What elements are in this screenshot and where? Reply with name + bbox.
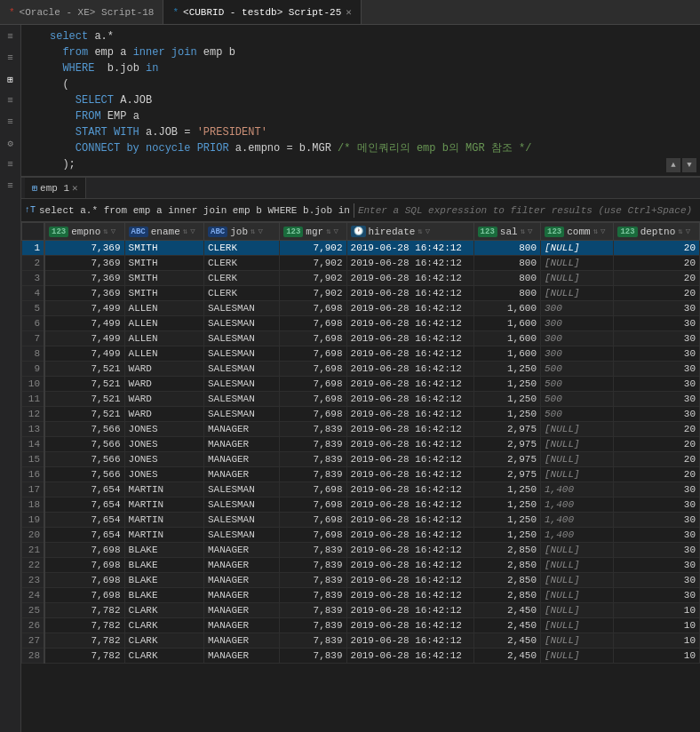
table-row[interactable]: 47,369SMITHCLERK7,9022019-06-28 16:42:12… <box>22 286 700 301</box>
table-row[interactable]: 27,369SMITHCLERK7,9022019-06-28 16:42:12… <box>22 256 700 271</box>
col-header-comm[interactable]: 123 comm ⇅ ▽ <box>541 223 614 241</box>
table-cell: 300 <box>541 331 614 346</box>
sql-line-9: ); <box>28 156 693 172</box>
table-cell: 2019-06-28 16:42:12 <box>346 452 473 467</box>
table-row[interactable]: 227,698BLAKEMANAGER7,8392019-06-28 16:42… <box>22 558 700 573</box>
table-cell: SALESMAN <box>204 482 280 497</box>
table-cell: 7,839 <box>280 467 346 482</box>
sidebar-icon-extra[interactable]: ≡ <box>3 178 19 194</box>
table-cell: 7,698 <box>44 588 124 603</box>
deptno-sort-icon[interactable]: ⇅ <box>678 227 682 236</box>
sal-filter-icon[interactable]: ▽ <box>528 227 532 236</box>
col-header-sal[interactable]: 123 sal ⇅ ▽ <box>473 223 540 241</box>
job-sort-icon[interactable]: ⇅ <box>251 227 255 236</box>
sidebar-icon-nav[interactable]: ≡ <box>3 156 19 172</box>
sidebar-icon-gear[interactable]: ⚙ <box>3 135 19 151</box>
table-cell: 10 <box>614 618 700 633</box>
sidebar-icon-rows[interactable]: ≡ <box>3 92 19 108</box>
table-row[interactable]: 197,654MARTINSALESMAN7,6982019-06-28 16:… <box>22 513 700 528</box>
col-header-ename[interactable]: ABC ename ⇅ ▽ <box>124 223 203 241</box>
result-tab-emp1[interactable]: ⊞ emp 1 ✕ <box>25 178 86 198</box>
table-cell: 30 <box>614 316 700 331</box>
sidebar-icon-cols[interactable]: ≡ <box>3 114 19 130</box>
table-row[interactable]: 127,521WARDSALESMAN7,6982019-06-28 16:42… <box>22 407 700 422</box>
data-table-wrapper[interactable]: 123 empno ⇅ ▽ ABC ename ⇅ ▽ <box>21 222 700 732</box>
table-cell: SALESMAN <box>204 316 280 331</box>
table-cell: 2019-06-28 16:42:12 <box>346 331 473 346</box>
table-row[interactable]: 207,654MARTINSALESMAN7,6982019-06-28 16:… <box>22 528 700 543</box>
table-row[interactable]: 97,521WARDSALESMAN7,6982019-06-28 16:42:… <box>22 362 700 377</box>
hiredate-sort-icon[interactable]: ⇅ <box>418 227 422 236</box>
table-row[interactable]: 217,698BLAKEMANAGER7,8392019-06-28 16:42… <box>22 543 700 558</box>
mgr-filter-icon[interactable]: ▽ <box>334 227 338 236</box>
table-cell: [NULL] <box>541 603 614 618</box>
ename-filter-icon[interactable]: ▽ <box>190 227 195 236</box>
table-row[interactable]: 77,499ALLENSALESMAN7,6982019-06-28 16:42… <box>22 331 700 346</box>
sql-editor[interactable]: select a.* from emp a inner join emp b W… <box>21 25 700 178</box>
table-cell: ALLEN <box>124 316 203 331</box>
table-row[interactable]: 157,566JONESMANAGER7,8392019-06-28 16:42… <box>22 452 700 467</box>
tab-oracle[interactable]: * <Oracle - XE> Script-18 <box>0 0 163 24</box>
table-cell: 2,450 <box>473 618 540 633</box>
table-cell: 30 <box>614 407 700 422</box>
tab-cubrid[interactable]: * <CUBRID - testdb> Script-25 ✕ <box>163 0 361 24</box>
table-row[interactable]: 137,566JONESMANAGER7,8392019-06-28 16:42… <box>22 422 700 437</box>
mgr-sort-icon[interactable]: ⇅ <box>326 227 330 236</box>
table-cell: 1,250 <box>473 482 540 497</box>
col-header-job[interactable]: ABC job ⇅ ▽ <box>204 223 280 241</box>
table-cell: 7,369 <box>44 256 124 271</box>
row-number: 18 <box>22 497 45 513</box>
result-tab-close[interactable]: ✕ <box>72 182 78 194</box>
sidebar-icon-menu[interactable]: ≡ <box>3 28 19 44</box>
table-row[interactable]: 287,782CLARKMANAGER7,8392019-06-28 16:42… <box>22 648 700 664</box>
sql-line-8: CONNECT by nocycle PRIOR a.empno = b.MGR… <box>28 140 693 156</box>
table-cell: 7,782 <box>44 648 124 664</box>
table-cell: SALESMAN <box>204 301 280 316</box>
col-header-deptno[interactable]: 123 deptno ⇅ ▽ <box>614 223 700 241</box>
table-row[interactable]: 57,499ALLENSALESMAN7,6982019-06-28 16:42… <box>22 301 700 316</box>
table-row[interactable]: 147,566JONESMANAGER7,8392019-06-28 16:42… <box>22 437 700 452</box>
empno-filter-icon[interactable]: ▽ <box>111 227 115 236</box>
scroll-up-arrow[interactable]: ▲ <box>666 158 680 172</box>
comm-sort-icon[interactable]: ⇅ <box>593 227 598 236</box>
table-row[interactable]: 277,782CLARKMANAGER7,8392019-06-28 16:42… <box>22 633 700 648</box>
table-row[interactable]: 107,521WARDSALESMAN7,6982019-06-28 16:42… <box>22 377 700 392</box>
table-row[interactable]: 67,499ALLENSALESMAN7,6982019-06-28 16:42… <box>22 316 700 331</box>
deptno-filter-icon[interactable]: ▽ <box>686 227 690 236</box>
comm-type-badge: 123 <box>545 227 564 237</box>
table-row[interactable]: 117,521WARDSALESMAN7,6982019-06-28 16:42… <box>22 392 700 407</box>
table-row[interactable]: 247,698BLAKEMANAGER7,8392019-06-28 16:42… <box>22 588 700 603</box>
sidebar-icon-grid[interactable]: ⊞ <box>3 71 19 87</box>
table-row[interactable]: 177,654MARTINSALESMAN7,6982019-06-28 16:… <box>22 482 700 497</box>
comm-filter-icon[interactable]: ▽ <box>601 227 605 236</box>
table-row[interactable]: 237,698BLAKEMANAGER7,8392019-06-28 16:42… <box>22 573 700 588</box>
empno-sort-icon[interactable]: ⇅ <box>103 227 107 236</box>
table-cell: 500 <box>541 362 614 377</box>
sal-sort-icon[interactable]: ⇅ <box>521 227 525 236</box>
col-header-mgr[interactable]: 123 mgr ⇅ ▽ <box>280 223 346 241</box>
table-row[interactable]: 17,369SMITHCLERK7,9022019-06-28 16:42:12… <box>22 241 700 256</box>
sidebar-icon-list[interactable]: ≡ <box>3 50 19 66</box>
table-row[interactable]: 167,566JONESMANAGER7,8392019-06-28 16:42… <box>22 467 700 482</box>
job-filter-icon[interactable]: ▽ <box>258 227 262 236</box>
table-row[interactable]: 257,782CLARKMANAGER7,8392019-06-28 16:42… <box>22 603 700 618</box>
table-cell: 7,839 <box>280 558 346 573</box>
sql-line-1: select a.* <box>28 28 693 44</box>
table-cell: 7,839 <box>280 618 346 633</box>
table-cell: 7,369 <box>44 241 124 256</box>
table-cell: MANAGER <box>204 633 280 648</box>
col-header-empno[interactable]: 123 empno ⇅ ▽ <box>44 223 124 241</box>
filter-prefix-icon: ↑T <box>25 205 36 215</box>
table-row[interactable]: 187,654MARTINSALESMAN7,6982019-06-28 16:… <box>22 497 700 513</box>
scroll-down-arrow[interactable]: ▼ <box>682 158 696 172</box>
table-row[interactable]: 37,369SMITHCLERK7,9022019-06-28 16:42:12… <box>22 271 700 286</box>
table-cell: 20 <box>614 437 700 452</box>
table-cell: 7,369 <box>44 271 124 286</box>
hiredate-filter-icon[interactable]: ▽ <box>426 227 430 236</box>
cubrid-tab-close[interactable]: ✕ <box>346 6 352 18</box>
table-row[interactable]: 267,782CLARKMANAGER7,8392019-06-28 16:42… <box>22 618 700 633</box>
ename-sort-icon[interactable]: ⇅ <box>183 227 187 236</box>
table-row[interactable]: 87,499ALLENSALESMAN7,6982019-06-28 16:42… <box>22 346 700 362</box>
col-header-hiredate[interactable]: 🕐 hiredate ⇅ ▽ <box>346 223 473 241</box>
filter-expression-input[interactable] <box>358 205 696 216</box>
